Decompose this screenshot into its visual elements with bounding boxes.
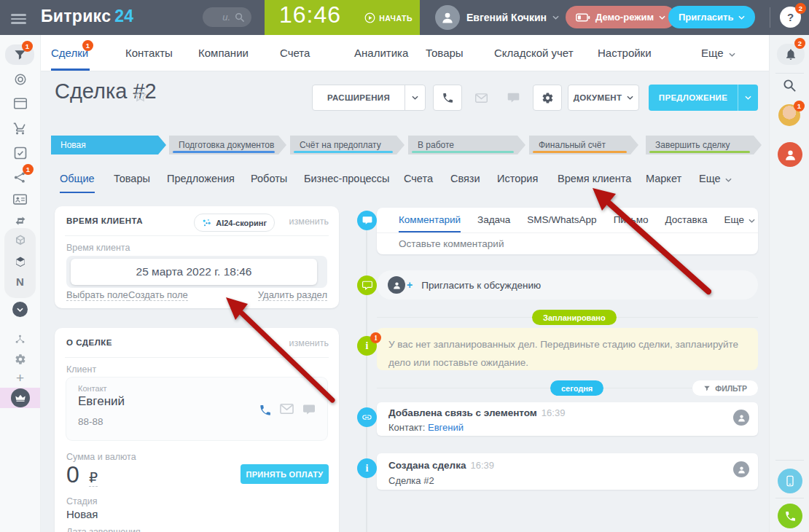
stage-final-invoice[interactable]: Финальный счёт (529, 136, 638, 154)
user-menu[interactable]: Евгений Кочкин (466, 0, 559, 35)
feed-tab-task[interactable]: Задача (477, 208, 510, 232)
nav-item-companies[interactable]: Компании (198, 35, 249, 71)
nav-item-invoices[interactable]: Счета (280, 35, 310, 71)
stage-inwork[interactable]: В работе (408, 136, 525, 154)
sidebar-item-sitemap[interactable] (0, 334, 40, 345)
sidebar-tariff-button[interactable] (0, 388, 40, 407)
tab-general[interactable]: Общие (60, 168, 95, 193)
stage-color-bar (412, 151, 514, 153)
offer-button[interactable]: ПРЕДЛОЖЕНИЕ (649, 85, 758, 111)
favorite-star-icon[interactable] (133, 89, 147, 103)
user-avatar[interactable] (435, 5, 460, 30)
nav-item-deals[interactable]: Сделки (51, 35, 88, 71)
search-input[interactable]: и. (203, 7, 251, 27)
contact-call-icon[interactable] (259, 404, 272, 417)
menu-toggle-icon[interactable] (11, 12, 26, 26)
offer-dropdown[interactable] (738, 85, 758, 111)
notifications-button[interactable] (784, 47, 797, 61)
sidebar-item-shop[interactable] (0, 122, 40, 136)
planner-clock[interactable]: 16:46 НАЧАТЬ (265, 0, 420, 35)
email-button[interactable] (468, 85, 494, 111)
tab-client-time[interactable]: Время клиента (558, 168, 631, 192)
contact-name[interactable]: Евгений (78, 394, 125, 409)
ai-scoring-button[interactable]: AI24-скоринг (194, 214, 275, 232)
tab-bizproc[interactable]: Бизнес-процессы (304, 168, 390, 192)
tab-market[interactable]: Маркет (646, 168, 681, 192)
invite-button[interactable]: Пригласить (668, 6, 755, 28)
accept-payment-button[interactable]: ПРИНЯТЬ ОПЛАТУ (241, 464, 329, 484)
amount-value[interactable]: 0 (66, 461, 79, 488)
stage-field-value[interactable]: Новая (66, 508, 98, 520)
contact-email-icon[interactable] (280, 404, 294, 414)
sidebar-item-sites[interactable] (0, 98, 40, 109)
tab-quotes[interactable]: Предложения (167, 168, 235, 192)
demo-mode-button[interactable]: Демо-режим (566, 6, 676, 28)
sidebar-item-marketing[interactable] (0, 73, 40, 86)
client-time-datetime-field[interactable]: 25 марта 2022 г. 18:46 (71, 259, 317, 285)
profile-avatar[interactable] (778, 142, 802, 167)
contact-chat-icon[interactable] (302, 404, 316, 415)
sidebar-item-app-1[interactable] (0, 234, 40, 247)
nav-item-settings[interactable]: Настройки (598, 35, 652, 71)
nav-item-analytics[interactable]: Аналитика (354, 35, 408, 71)
extensions-button[interactable]: РАСШИРЕНИЯ (312, 85, 426, 111)
timeline-entry-link-added[interactable]: Добавлена связь с элементом16:39 Контакт… (377, 402, 758, 436)
workspace-letter: N (16, 275, 24, 288)
sidebar-item-processes[interactable] (0, 214, 40, 227)
stage-new[interactable]: Новая (51, 136, 166, 154)
tab-robots[interactable]: Роботы (251, 168, 287, 192)
stage-docs[interactable]: Подготовка документов (169, 136, 286, 154)
crown-icon (15, 394, 26, 402)
entry-body-label: Контакт: (388, 422, 425, 433)
sidebar-item-crm[interactable] (0, 48, 40, 62)
stage-prepay[interactable]: Счёт на предоплату (290, 136, 404, 154)
currency-symbol[interactable]: ₽ (89, 469, 98, 487)
invite-discussion-row[interactable]: + Пригласить к обсуждению (377, 270, 758, 300)
entry-contact-link[interactable]: Евгений (428, 422, 464, 433)
sidebar-item-network[interactable] (0, 171, 40, 184)
stage-close[interactable]: Завершить сделку (646, 136, 762, 154)
tab-more[interactable]: Еще (699, 168, 732, 192)
delete-section-link[interactable]: Удалить раздел (258, 289, 327, 301)
tab-invoices[interactable]: Счета (404, 168, 433, 192)
nav-item-more[interactable]: Еще (701, 35, 735, 71)
create-field-link[interactable]: Создать поле (128, 289, 188, 301)
select-field-link[interactable]: Выбрать поле (66, 289, 128, 301)
feed-tab-sms[interactable]: SMS/WhatsApp (527, 208, 596, 232)
feed-tab-comment[interactable]: Комментарий (399, 208, 461, 232)
tab-history[interactable]: История (497, 168, 538, 192)
sidebar-item-tasks[interactable] (0, 146, 40, 160)
sidebar-item-workspace-n[interactable]: N (0, 275, 40, 288)
comment-input[interactable]: Оставьте комментарий (377, 233, 758, 254)
document-button[interactable]: ДОКУМЕНТ (568, 85, 639, 111)
mobile-app-button[interactable] (778, 469, 802, 493)
start-day-button[interactable]: НАЧАТЬ (364, 12, 413, 23)
sidebar-settings-button[interactable] (0, 353, 40, 365)
telephony-button[interactable] (778, 504, 802, 528)
help-button[interactable]: ? 2 (780, 7, 801, 28)
sidebar-item-employees[interactable] (0, 194, 40, 205)
extensions-dropdown[interactable] (404, 85, 425, 110)
contact-card[interactable]: Контакт Евгений 88-88 (66, 378, 327, 440)
filter-button[interactable]: ФИЛЬТР (692, 380, 758, 396)
feed-tab-more[interactable]: Еще (724, 208, 754, 232)
sidebar-add-button[interactable]: + (0, 370, 40, 386)
plus-icon: + (407, 279, 413, 291)
sidebar-item-app-2[interactable] (0, 256, 40, 269)
timeline-entry-deal-created[interactable]: Создана сделка16:39 Сделка #2 (377, 453, 758, 490)
app-logo[interactable]: Битрикс24 (41, 7, 133, 26)
tab-products[interactable]: Товары (114, 168, 150, 192)
sidebar-expand-button[interactable] (0, 302, 40, 317)
tab-links[interactable]: Связи (450, 168, 480, 192)
chat-button[interactable] (500, 85, 526, 111)
feed-tab-delivery[interactable]: Доставка (665, 208, 707, 232)
edit-section-link[interactable]: изменить (289, 338, 329, 348)
feed-tab-mail[interactable]: Письмо (614, 208, 649, 232)
nav-item-inventory[interactable]: Складской учет (494, 35, 574, 71)
nav-item-products[interactable]: Товары (426, 35, 464, 71)
rail-search-button[interactable] (783, 79, 797, 93)
edit-section-link[interactable]: изменить (289, 216, 329, 227)
call-button[interactable] (433, 85, 462, 111)
deal-settings-button[interactable] (533, 85, 562, 111)
nav-item-contacts[interactable]: Контакты (125, 35, 173, 71)
